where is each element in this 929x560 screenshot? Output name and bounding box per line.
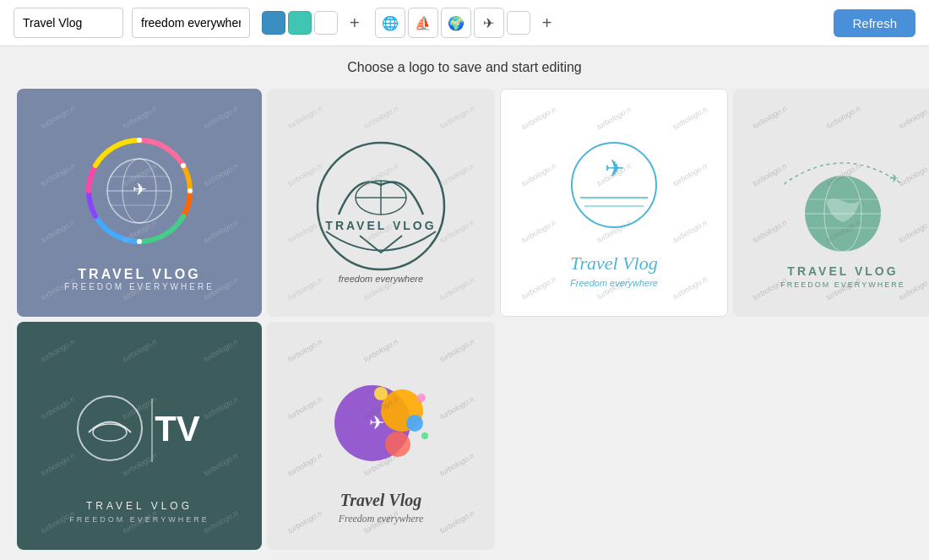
- refresh-button[interactable]: Refresh: [834, 9, 915, 37]
- add-color-button[interactable]: +: [346, 14, 363, 33]
- logo-svg-6: ✈: [296, 347, 465, 508]
- svg-point-18: [187, 188, 193, 193]
- tagline-input[interactable]: [132, 8, 250, 38]
- add-icon-button[interactable]: +: [539, 14, 556, 33]
- globe-icon-btn[interactable]: 🌐: [375, 8, 405, 38]
- svg-point-32: [385, 432, 410, 457]
- icon-group: 🌐 ⛵ 🌍 ✈: [375, 8, 530, 38]
- color-swatch-3[interactable]: [314, 11, 338, 35]
- wheel-icon-btn[interactable]: 🌍: [441, 8, 471, 38]
- logo-card-1[interactable]: TRAVEL VLOG freedom everywhere turbologo…: [267, 89, 495, 317]
- color-swatch-2[interactable]: [288, 11, 312, 35]
- svg-text:TRAVEL VLOG: TRAVEL VLOG: [325, 219, 436, 232]
- svg-text:✈: ✈: [889, 171, 899, 185]
- logo-card-4[interactable]: ✈ TRAVEL VLOG FREEDOM EVERYWHERE turbolo…: [733, 89, 929, 317]
- logo-card-5[interactable]: TV TRAVEL VLOG FREEDOM EVERYWHERE turbol…: [17, 322, 262, 550]
- logo-card-3[interactable]: ✈ TRAVEL VLOG FREEDOM EVERYWHERE turbolo…: [17, 89, 262, 317]
- sail-icon-btn[interactable]: ⛵: [408, 8, 438, 38]
- toolbar: + 🌐 ⛵ 🌍 ✈ + Refresh: [0, 0, 929, 46]
- svg-text:✈: ✈: [605, 155, 624, 182]
- svg-point-16: [137, 138, 142, 143]
- svg-text:✈: ✈: [369, 412, 384, 433]
- svg-point-26: [78, 396, 142, 460]
- brand-name-input[interactable]: [14, 8, 123, 38]
- logo-svg-4: ✈: [758, 117, 927, 277]
- icon-color-swatch[interactable]: [507, 11, 530, 35]
- logo-card-2[interactable]: ✈ Travel Vlog Freedom everywhere turbolo…: [500, 89, 728, 317]
- prompt-text: Choose a logo to save and start editing: [17, 60, 912, 75]
- logo-grid: TRAVEL VLOG freedom everywhere turbologo…: [17, 89, 912, 550]
- svg-point-34: [374, 387, 388, 400]
- logo-svg-5: TV: [46, 348, 232, 517]
- svg-point-36: [421, 432, 428, 439]
- svg-text:TV: TV: [155, 409, 200, 449]
- svg-point-35: [417, 394, 426, 402]
- logo-svg-3: ✈: [46, 115, 232, 284]
- svg-point-17: [181, 163, 186, 168]
- color-swatches: [262, 11, 338, 35]
- main-content: Choose a logo to save and start editing: [0, 46, 929, 560]
- svg-point-19: [137, 239, 142, 244]
- svg-text:✈: ✈: [133, 180, 147, 198]
- plane-icon-btn[interactable]: ✈: [474, 8, 504, 38]
- color-swatch-1[interactable]: [262, 11, 285, 35]
- logo-card-6[interactable]: ✈ Travel Vlog Freedom everywhere turbolo…: [267, 322, 495, 550]
- svg-point-33: [406, 415, 423, 432]
- logo-svg-1: TRAVEL VLOG: [296, 122, 465, 291]
- svg-point-27: [93, 424, 127, 441]
